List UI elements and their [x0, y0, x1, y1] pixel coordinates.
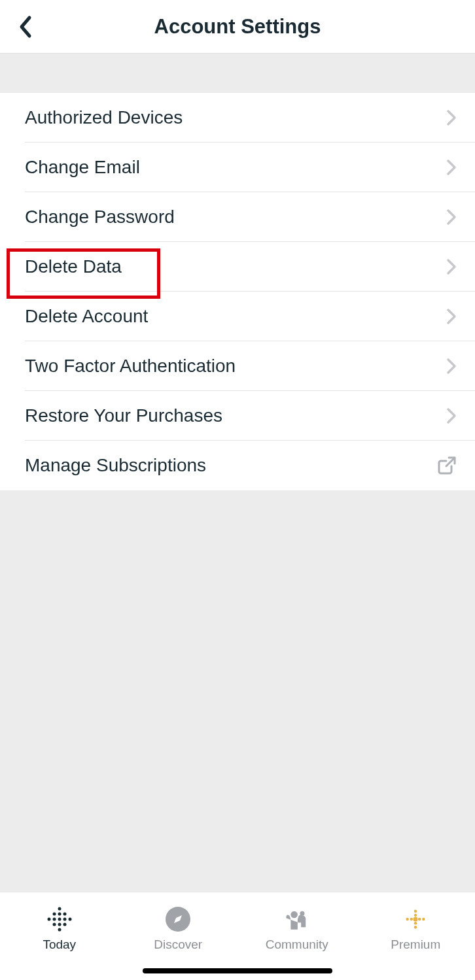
svg-point-8 [63, 917, 66, 921]
chevron-right-icon [446, 209, 457, 226]
settings-label: Manage Subscriptions [25, 455, 206, 476]
svg-point-26 [414, 926, 417, 928]
header: Account Settings [0, 0, 475, 54]
settings-item-authorized-devices[interactable]: Authorized Devices [0, 93, 475, 143]
tab-premium[interactable]: Premium [357, 892, 476, 964]
settings-list: Authorized Devices Change Email Change P… [0, 93, 475, 490]
home-indicator[interactable] [143, 968, 332, 973]
svg-point-16 [290, 911, 298, 918]
svg-point-6 [52, 917, 56, 921]
settings-label: Restore Your Purchases [25, 405, 222, 426]
tab-label: Community [266, 938, 328, 952]
settings-label: Authorized Devices [25, 107, 183, 128]
svg-point-25 [414, 921, 417, 924]
chevron-right-icon [446, 159, 457, 176]
settings-label: Change Email [25, 157, 140, 178]
chevron-right-icon [446, 308, 457, 325]
svg-point-5 [47, 917, 50, 921]
svg-point-18 [414, 909, 417, 912]
settings-item-delete-account[interactable]: Delete Account [0, 292, 475, 341]
svg-point-4 [63, 912, 66, 915]
svg-point-11 [58, 922, 61, 926]
svg-point-19 [414, 913, 417, 916]
settings-label: Delete Account [25, 306, 148, 327]
settings-label: Delete Data [25, 256, 122, 277]
settings-item-change-password[interactable]: Change Password [0, 192, 475, 242]
svg-point-9 [68, 917, 71, 921]
page-title: Account Settings [154, 15, 321, 39]
external-link-icon [437, 456, 457, 475]
svg-point-22 [413, 917, 418, 921]
tab-today[interactable]: Today [0, 892, 119, 964]
tab-label: Today [43, 938, 76, 952]
settings-item-change-email[interactable]: Change Email [0, 143, 475, 192]
svg-point-23 [418, 917, 421, 920]
chevron-right-icon [446, 358, 457, 375]
svg-point-7 [58, 917, 61, 921]
settings-item-restore-purchases[interactable]: Restore Your Purchases [0, 391, 475, 441]
empty-space [0, 490, 475, 892]
section-spacer [0, 54, 475, 93]
chevron-right-icon [446, 258, 457, 275]
people-icon [283, 905, 311, 934]
today-icon [45, 905, 74, 934]
svg-point-21 [410, 917, 413, 920]
compass-icon [164, 905, 192, 934]
svg-point-24 [422, 917, 425, 920]
tab-label: Premium [391, 938, 440, 952]
settings-label: Two Factor Authentication [25, 356, 236, 377]
settings-item-two-factor[interactable]: Two Factor Authentication [0, 341, 475, 391]
chevron-right-icon [446, 407, 457, 424]
svg-point-2 [52, 912, 56, 915]
svg-point-12 [63, 922, 66, 926]
settings-item-manage-subscriptions[interactable]: Manage Subscriptions [0, 441, 475, 490]
tab-label: Discover [154, 938, 202, 952]
settings-item-delete-data[interactable]: Delete Data [0, 242, 475, 292]
svg-point-13 [58, 928, 61, 931]
svg-point-1 [58, 907, 61, 910]
back-icon [18, 15, 32, 39]
svg-line-0 [446, 458, 455, 466]
tab-bar: Today Discover Community [0, 892, 475, 980]
svg-point-3 [58, 912, 61, 915]
premium-icon [401, 905, 430, 934]
tab-discover[interactable]: Discover [119, 892, 238, 964]
tab-community[interactable]: Community [238, 892, 357, 964]
svg-point-10 [52, 922, 56, 926]
settings-label: Change Password [25, 207, 175, 228]
chevron-right-icon [446, 109, 457, 126]
svg-point-20 [406, 917, 409, 920]
back-button[interactable] [12, 14, 38, 40]
